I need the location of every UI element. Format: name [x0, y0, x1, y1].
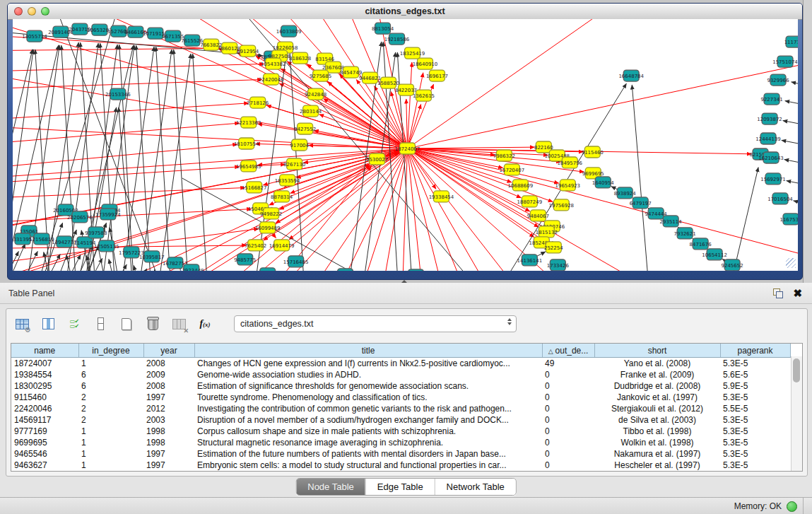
table-row[interactable]: 1456911722003Disruption of a novel membe… [11, 414, 790, 426]
table-settings-icon[interactable]: ⚙ [12, 315, 32, 333]
column-header-year[interactable]: year [143, 344, 194, 358]
table-row[interactable]: 969969511998Structural magnetic resonanc… [11, 437, 790, 448]
column-header-short[interactable]: short [594, 344, 720, 358]
table-scrollbar[interactable] [791, 356, 802, 471]
graph-node[interactable]: 8186328 [289, 52, 311, 64]
graph-node[interactable]: 9242848 [305, 88, 326, 100]
graph-node[interactable]: 14136141 [517, 255, 543, 266]
table-selector-dropdown[interactable]: citations_edges.txt [234, 315, 517, 332]
graph-node[interactable]: 8267130 [283, 158, 305, 170]
graph-node[interactable]: 9245652 [722, 259, 743, 271]
graph-node[interactable]: 7986322 [493, 150, 515, 161]
tab-edge-table[interactable]: Edge Table [365, 479, 435, 495]
graph-node[interactable]: 9397588 [85, 227, 107, 238]
graph-node[interactable]: 917004 [290, 139, 309, 151]
citation-network-graph[interactable]: 1405571420891406204371910653287152760294… [13, 19, 798, 271]
graph-node[interactable]: 20153346 [105, 88, 131, 100]
graph-node[interactable]: 9484067 [527, 210, 549, 221]
new-column-icon[interactable] [117, 315, 136, 333]
graph-node[interactable]: 1362615 [413, 90, 435, 101]
graph-node[interactable]: 111732 [784, 36, 798, 47]
graph-node[interactable]: 2530027 [366, 153, 388, 165]
network-window[interactable]: citations_edges.txt 14055714208914062043… [7, 3, 803, 280]
table-row[interactable]: 946554611997Estimation of the future num… [11, 448, 790, 460]
graph-node[interactable] [338, 269, 353, 271]
graph-node[interactable]: 18325419 [400, 47, 425, 59]
network-canvas[interactable]: 1405571420891406204371910653287152760294… [13, 19, 798, 271]
tab-network-table[interactable]: Network Table [435, 479, 516, 495]
graph-node[interactable]: 9275685 [310, 70, 331, 81]
graph-node[interactable]: 1815132 [536, 226, 558, 238]
memory-status-indicator[interactable] [787, 501, 797, 512]
graph-node[interactable]: 8813054 [372, 23, 394, 34]
graph-node[interactable]: 2718126 [247, 97, 269, 108]
graph-node[interactable]: 1167533 [779, 214, 798, 225]
graph-node[interactable]: 8471676 [690, 238, 712, 250]
table-row[interactable]: 911546021997Tourette syndrome. Phenomeno… [11, 392, 790, 403]
graph-node[interactable]: 9227341 [760, 93, 782, 105]
show-column-icon[interactable] [38, 315, 58, 333]
graph-node[interactable]: 6479197 [630, 197, 652, 209]
column-header-name[interactable]: name [11, 344, 78, 358]
table-row[interactable]: 2242004622012Investigating the contribut… [11, 403, 790, 414]
delete-column-icon[interactable] [143, 315, 163, 333]
graph-node[interactable]: 1733426 [547, 259, 569, 271]
graph-node[interactable]: 15692971 [760, 173, 786, 185]
column-header-in_degree[interactable]: in_degree [78, 344, 143, 358]
graph-node[interactable]: 10654112 [702, 249, 727, 260]
graph-node[interactable]: 15720407 [500, 164, 525, 175]
graph-node[interactable]: 15716485 [283, 256, 309, 267]
graph-node[interactable]: 15751074 [772, 56, 798, 67]
graph-node[interactable]: 15166827 [242, 182, 267, 193]
graph-node[interactable]: 8878314 [271, 191, 293, 202]
window-resize-grip[interactable] [786, 258, 796, 268]
graph-node[interactable]: 16914479 [269, 240, 295, 251]
table-row[interactable]: 1830029562008Estimation of significance … [11, 380, 790, 392]
column-header-pagerank[interactable]: pagerank [720, 344, 790, 358]
function-builder-icon[interactable]: f(x) [195, 315, 215, 333]
graph-node[interactable]: 12093872 [757, 113, 782, 124]
float-window-icon[interactable] [773, 288, 783, 298]
graph-node[interactable]: 14055714 [22, 30, 47, 42]
table-row[interactable]: 1938455462009Genome-wide association stu… [11, 369, 790, 380]
graph-node[interactable]: 252254 [544, 242, 563, 253]
graph-node[interactable]: 7625402 [245, 240, 266, 251]
tab-node-table[interactable]: Node Table [296, 479, 365, 495]
graph-node[interactable]: 16648784 [618, 70, 644, 81]
table-scrollbar-thumb[interactable] [793, 358, 800, 382]
graph-node[interactable]: 19756928 [549, 199, 575, 211]
table-mode-icon[interactable] [90, 315, 110, 333]
column-header-title[interactable]: title [194, 344, 542, 358]
graph-node[interactable]: 9485775 [234, 254, 256, 265]
table-header-row[interactable]: namein_degreeyeartitle△out_de...shortpag… [11, 344, 790, 358]
column-header-out_degree[interactable]: △out_de... [542, 344, 594, 358]
graph-node[interactable]: 12213363 [236, 117, 261, 128]
graph-node[interactable]: 8912954 [237, 45, 259, 57]
table-row[interactable]: 1872400712008Changes of HCN gene express… [11, 358, 790, 370]
select-columns-icon[interactable]: ▭✔▭✔ [64, 315, 84, 333]
graph-node[interactable]: 2803144 [300, 105, 322, 117]
delete-table-icon[interactable]: ✕ [169, 315, 189, 333]
graph-node[interactable]: 18640910 [413, 58, 438, 69]
graph-node[interactable]: 19654985 [236, 160, 261, 172]
graph-node[interactable]: 22420046 [259, 74, 284, 85]
network-window-titlebar[interactable]: citations_edges.txt [8, 4, 802, 20]
graph-node[interactable]: 1588520 [377, 77, 399, 88]
graph-node[interactable]: 2935114 [660, 216, 683, 227]
table-row[interactable]: 977716911998Corpus callosum shape and si… [11, 426, 790, 437]
table-row[interactable]: 946362711997Embryonic stem cells: a mode… [11, 460, 790, 471]
graph-node[interactable]: 1696177 [426, 70, 448, 81]
graph-node[interactable]: 9115460 [582, 146, 604, 158]
graph-node[interactable]: 9329966 [767, 74, 789, 86]
graph-node[interactable]: 8938924 [614, 187, 637, 199]
graph-node[interactable]: 7932621 [674, 228, 696, 239]
graph-node[interactable] [260, 268, 276, 271]
graph-node[interactable] [408, 269, 423, 271]
graph-node[interactable]: 12444139 [755, 133, 781, 144]
graph-node[interactable]: 17016504 [767, 193, 793, 204]
graph-node[interactable]: 16033809 [276, 25, 302, 37]
graph-node[interactable]: 19218586 [384, 33, 410, 45]
graph-node[interactable]: 9498222 [260, 208, 282, 219]
graph-node[interactable]: 1640954 [592, 177, 615, 188]
graph-node[interactable]: 9427552 [294, 123, 316, 134]
